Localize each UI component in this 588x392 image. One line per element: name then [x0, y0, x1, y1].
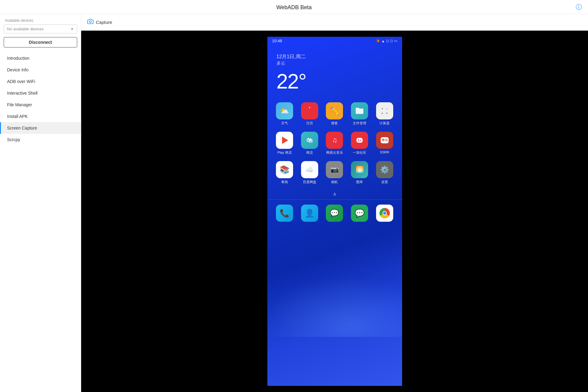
page-header: WebADB Beta ⓘ: [0, 0, 588, 14]
app-icon-reading: 📚: [276, 161, 293, 178]
app-ssrr[interactable]: 学习 SSRR: [372, 132, 397, 155]
weather-condition: 多云: [277, 61, 393, 66]
app-icon-notes: ✏️: [326, 102, 343, 119]
app-label-settings: 设置: [381, 180, 388, 184]
chevron-down-icon: ▼: [70, 27, 74, 31]
dock-icon-wechat: 💬: [351, 205, 368, 222]
device-select[interactable]: No available devices ▼: [4, 24, 77, 33]
svg-point-0: [89, 21, 92, 23]
dock-contacts[interactable]: 👤: [297, 205, 322, 222]
app-label-community: 一加社区: [353, 150, 366, 155]
swipe-up-icon: ∧: [333, 191, 337, 197]
dock-icon-contacts: 👤: [301, 205, 318, 222]
camera-icon: [87, 18, 93, 26]
app-label-music: 网易云音乐: [326, 150, 343, 155]
app-icon-camera: 📷: [326, 161, 343, 178]
app-reading[interactable]: 📚 掌阅: [272, 161, 297, 184]
screen-container: 10:48 🔕 ▲ ◻ ◻ ▭ 12月1日,周二 多云 22°: [81, 31, 588, 392]
app-gallery[interactable]: 🌅 图库: [347, 161, 372, 184]
dock-icon-chrome: [376, 205, 393, 222]
disconnect-button[interactable]: Disconnect: [4, 37, 77, 47]
page-title: WebADB Beta: [276, 4, 312, 10]
dock-wechat[interactable]: 💬: [347, 205, 372, 222]
app-label-reading: 掌阅: [281, 180, 288, 184]
dock-icon-phone: 📞: [276, 205, 293, 222]
app-baidu[interactable]: ☁️ 百度网盘: [297, 161, 322, 184]
app-icon-calculator: + − × =: [376, 102, 393, 119]
app-icon-weather: ⛅: [276, 102, 293, 119]
app-weather[interactable]: ⛅ 天气: [272, 102, 297, 126]
sidebar-item-interactive-shell[interactable]: Interactive Shell: [0, 87, 81, 99]
svg-rect-2: [356, 109, 364, 114]
app-icon-settings: ⚙️: [376, 161, 393, 178]
app-camera[interactable]: 📷 相机: [322, 161, 347, 184]
status-bar: 10:48 🔕 ▲ ◻ ◻ ▭: [267, 37, 402, 44]
svg-rect-3: [356, 108, 359, 109]
device-select-value: No available devices: [7, 27, 43, 31]
apps-row-3: 📚 掌阅 ☁️ 百度网盘 📷: [267, 158, 402, 187]
sidebar-item-device-info[interactable]: Device Info: [0, 64, 81, 76]
dock-phone[interactable]: 📞: [272, 205, 297, 222]
phone-wave-decoration: [267, 276, 402, 337]
app-notes[interactable]: ✏️ 便签: [322, 102, 347, 126]
app-icon-filemanager: [351, 102, 368, 119]
sidebar-item-file-manager[interactable]: File Manager: [0, 99, 81, 111]
app-label-calendar: 日历: [306, 121, 313, 126]
date-text: 12月1日,周二: [277, 54, 393, 60]
sidebar-item-screen-capture[interactable]: Screen Capture: [0, 122, 81, 134]
sidebar-item-adb-over-wifi[interactable]: ADB over WiFi: [0, 76, 81, 87]
available-devices-label: Available devices: [0, 18, 81, 24]
apps-row-1: ⛅ 天气 ● 1 日历 ✏️ 便签: [267, 99, 402, 129]
app-label-store: 商店: [306, 150, 313, 155]
battery-icon: ▭: [394, 39, 397, 43]
app-play-store[interactable]: Play 商店: [272, 132, 297, 155]
app-label-baidu: 百度网盘: [303, 180, 316, 184]
status-time: 10:48: [272, 39, 282, 43]
signal-icon2: ◻: [390, 39, 393, 43]
app-settings[interactable]: ⚙️ 设置: [372, 161, 397, 184]
dock-bar: 📞 👤 💬 💬: [267, 199, 402, 228]
app-calendar[interactable]: ● 1 日历: [297, 102, 322, 126]
content-area: Capture 10:48 🔕 ▲ ◻ ◻ ▭ 12月1: [81, 14, 588, 392]
app-label-gallery: 图库: [356, 180, 363, 184]
app-community[interactable]: 1+ 一加社区: [347, 132, 372, 155]
sidebar-item-introduction[interactable]: Introduction: [0, 52, 81, 64]
temperature: 22°: [277, 69, 393, 93]
dock-icon-message: 💬: [326, 205, 343, 222]
signal-icon1: ◻: [386, 39, 389, 43]
info-icon[interactable]: ⓘ: [576, 3, 582, 11]
sidebar-item-install-apk[interactable]: Install APK: [0, 111, 81, 122]
swipe-indicator: ∧: [267, 187, 402, 199]
app-label-camera: 相机: [331, 180, 338, 184]
app-icon-store: 🛍: [301, 132, 318, 149]
app-icon-community: 1+: [351, 132, 368, 149]
app-icon-ssrr: 学习: [376, 132, 393, 149]
apps-row-2: Play 商店 🛍 商店 ♫ 网易云音乐: [267, 129, 402, 158]
capture-button[interactable]: Capture: [96, 20, 112, 25]
app-icon-gallery: 🌅: [351, 161, 368, 178]
phone-screen: 10:48 🔕 ▲ ◻ ◻ ▭ 12月1日,周二 多云 22°: [267, 37, 402, 386]
app-icon-play-store: [276, 132, 293, 149]
app-icon-calendar: ● 1: [301, 102, 318, 119]
app-label-calculator: 计算器: [379, 121, 390, 126]
weather-section: 12月1日,周二 多云 22°: [267, 44, 402, 99]
main-layout: Available devices No available devices ▼…: [0, 14, 588, 392]
sidebar-item-scrcpy[interactable]: Scrcpy: [0, 134, 81, 145]
sidebar: Available devices No available devices ▼…: [0, 14, 81, 392]
mute-icon: 🔕: [376, 39, 380, 43]
app-icon-music: ♫: [326, 132, 343, 149]
app-label-notes: 便签: [331, 121, 338, 126]
app-music[interactable]: ♫ 网易云音乐: [322, 132, 347, 155]
app-label-filemanager: 文件管理: [353, 121, 366, 126]
app-label-weather: 天气: [281, 121, 288, 126]
app-icon-baidu: ☁️: [301, 161, 318, 178]
app-label-ssrr: SSRR: [380, 150, 389, 154]
app-calculator[interactable]: + − × = 计算器: [372, 102, 397, 126]
capture-toolbar: Capture: [81, 14, 588, 31]
app-filemanager[interactable]: 文件管理: [347, 102, 372, 126]
dock-message[interactable]: 💬: [322, 205, 347, 222]
dock-chrome[interactable]: [372, 205, 397, 222]
app-label-play-store: Play 商店: [277, 150, 292, 155]
app-store[interactable]: 🛍 商店: [297, 132, 322, 155]
wifi-icon: ▲: [382, 39, 385, 43]
